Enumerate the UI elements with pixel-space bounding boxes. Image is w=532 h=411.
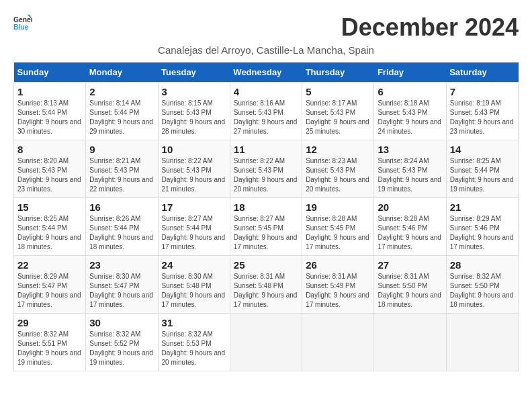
calendar-cell: 5 Sunrise: 8:17 AMSunset: 5:43 PMDayligh…: [302, 83, 374, 140]
calendar-week-row: 22 Sunrise: 8:29 AMSunset: 5:47 PMDaylig…: [14, 256, 519, 314]
calendar-cell: 11 Sunrise: 8:22 AMSunset: 5:43 PMDaylig…: [230, 140, 302, 198]
location-title: Canalejas del Arroyo, Castille-La Mancha…: [13, 44, 519, 56]
day-number: 28: [450, 259, 515, 271]
day-number: 29: [17, 317, 82, 328]
logo: General Blue: [13, 13, 34, 32]
day-info: Sunrise: 8:14 AMSunset: 5:44 PMDaylight:…: [89, 99, 153, 135]
day-number: 17: [162, 201, 226, 213]
month-title: December 2024: [341, 13, 519, 42]
day-number: 21: [450, 201, 515, 213]
day-info: Sunrise: 8:32 AMSunset: 5:53 PMDaylight:…: [162, 330, 226, 366]
day-number: 6: [378, 86, 442, 97]
calendar-cell: 17 Sunrise: 8:27 AMSunset: 5:44 PMDaylig…: [158, 198, 230, 256]
calendar-cell: 19 Sunrise: 8:28 AMSunset: 5:45 PMDaylig…: [302, 198, 374, 256]
calendar-cell: 7 Sunrise: 8:19 AMSunset: 5:43 PMDayligh…: [446, 83, 518, 140]
day-info: Sunrise: 8:29 AMSunset: 5:47 PMDaylight:…: [17, 273, 81, 308]
day-number: 7: [450, 86, 515, 97]
day-info: Sunrise: 8:30 AMSunset: 5:48 PMDaylight:…: [162, 273, 226, 308]
day-number: 11: [234, 144, 298, 155]
day-info: Sunrise: 8:30 AMSunset: 5:47 PMDaylight:…: [89, 273, 153, 308]
col-monday: Monday: [86, 62, 158, 83]
day-info: Sunrise: 8:20 AMSunset: 5:43 PMDaylight:…: [17, 157, 81, 193]
calendar-cell: 20 Sunrise: 8:28 AMSunset: 5:46 PMDaylig…: [374, 198, 446, 256]
calendar-cell: 30 Sunrise: 8:32 AMSunset: 5:52 PMDaylig…: [86, 314, 158, 371]
day-number: 20: [378, 201, 442, 213]
calendar-week-row: 8 Sunrise: 8:20 AMSunset: 5:43 PMDayligh…: [14, 140, 519, 198]
calendar-week-row: 1 Sunrise: 8:13 AMSunset: 5:44 PMDayligh…: [14, 83, 519, 140]
day-number: 12: [306, 144, 370, 155]
day-number: 22: [17, 259, 82, 271]
col-saturday: Saturday: [446, 62, 518, 83]
day-number: 14: [450, 144, 515, 155]
calendar-cell: [374, 314, 446, 371]
calendar-cell: 25 Sunrise: 8:31 AMSunset: 5:48 PMDaylig…: [230, 256, 302, 314]
day-info: Sunrise: 8:19 AMSunset: 5:43 PMDaylight:…: [450, 99, 514, 135]
col-tuesday: Tuesday: [158, 62, 230, 83]
calendar-cell: 24 Sunrise: 8:30 AMSunset: 5:48 PMDaylig…: [158, 256, 230, 314]
calendar-cell: 1 Sunrise: 8:13 AMSunset: 5:44 PMDayligh…: [14, 83, 86, 140]
day-number: 30: [89, 317, 154, 328]
calendar-cell: 9 Sunrise: 8:21 AMSunset: 5:43 PMDayligh…: [86, 140, 158, 198]
calendar-cell: 3 Sunrise: 8:15 AMSunset: 5:43 PMDayligh…: [158, 83, 230, 140]
calendar-cell: 10 Sunrise: 8:22 AMSunset: 5:43 PMDaylig…: [158, 140, 230, 198]
calendar-body: 1 Sunrise: 8:13 AMSunset: 5:44 PMDayligh…: [14, 83, 519, 371]
calendar-cell: 14 Sunrise: 8:25 AMSunset: 5:44 PMDaylig…: [446, 140, 518, 198]
calendar-cell: 12 Sunrise: 8:23 AMSunset: 5:43 PMDaylig…: [302, 140, 374, 198]
calendar-table: Sunday Monday Tuesday Wednesday Thursday…: [13, 62, 519, 371]
day-info: Sunrise: 8:27 AMSunset: 5:45 PMDaylight:…: [234, 215, 298, 250]
calendar-cell: 15 Sunrise: 8:25 AMSunset: 5:44 PMDaylig…: [14, 198, 86, 256]
calendar-cell: [230, 314, 302, 371]
day-info: Sunrise: 8:25 AMSunset: 5:44 PMDaylight:…: [450, 157, 514, 193]
day-info: Sunrise: 8:17 AMSunset: 5:43 PMDaylight:…: [306, 99, 369, 135]
calendar-cell: 16 Sunrise: 8:26 AMSunset: 5:44 PMDaylig…: [86, 198, 158, 256]
calendar-cell: 6 Sunrise: 8:18 AMSunset: 5:43 PMDayligh…: [374, 83, 446, 140]
day-info: Sunrise: 8:27 AMSunset: 5:44 PMDaylight:…: [162, 215, 226, 250]
day-info: Sunrise: 8:21 AMSunset: 5:43 PMDaylight:…: [89, 157, 153, 193]
day-info: Sunrise: 8:31 AMSunset: 5:49 PMDaylight:…: [306, 273, 369, 308]
calendar-cell: 4 Sunrise: 8:16 AMSunset: 5:43 PMDayligh…: [230, 83, 302, 140]
day-number: 8: [17, 144, 82, 155]
col-sunday: Sunday: [14, 62, 86, 83]
calendar-cell: 18 Sunrise: 8:27 AMSunset: 5:45 PMDaylig…: [230, 198, 302, 256]
day-number: 4: [234, 86, 298, 97]
day-number: 19: [306, 201, 370, 213]
day-number: 5: [306, 86, 370, 97]
day-number: 3: [162, 86, 226, 97]
day-info: Sunrise: 8:22 AMSunset: 5:43 PMDaylight:…: [162, 157, 226, 193]
day-number: 31: [162, 317, 226, 328]
col-thursday: Thursday: [302, 62, 374, 83]
day-number: 9: [89, 144, 154, 155]
day-number: 24: [162, 259, 226, 271]
day-info: Sunrise: 8:25 AMSunset: 5:44 PMDaylight:…: [17, 215, 81, 250]
day-info: Sunrise: 8:15 AMSunset: 5:43 PMDaylight:…: [162, 99, 226, 135]
day-number: 26: [306, 259, 370, 271]
day-info: Sunrise: 8:32 AMSunset: 5:51 PMDaylight:…: [17, 330, 81, 366]
day-info: Sunrise: 8:18 AMSunset: 5:43 PMDaylight:…: [378, 99, 441, 135]
calendar-week-row: 29 Sunrise: 8:32 AMSunset: 5:51 PMDaylig…: [14, 314, 519, 371]
calendar-cell: 23 Sunrise: 8:30 AMSunset: 5:47 PMDaylig…: [86, 256, 158, 314]
day-number: 23: [89, 259, 154, 271]
day-info: Sunrise: 8:29 AMSunset: 5:46 PMDaylight:…: [450, 215, 514, 250]
day-number: 18: [234, 201, 298, 213]
day-info: Sunrise: 8:28 AMSunset: 5:45 PMDaylight:…: [306, 215, 369, 250]
day-info: Sunrise: 8:32 AMSunset: 5:52 PMDaylight:…: [89, 330, 153, 366]
calendar-cell: 2 Sunrise: 8:14 AMSunset: 5:44 PMDayligh…: [86, 83, 158, 140]
calendar-cell: [302, 314, 374, 371]
svg-text:Blue: Blue: [13, 24, 29, 31]
calendar-cell: 31 Sunrise: 8:32 AMSunset: 5:53 PMDaylig…: [158, 314, 230, 371]
calendar-cell: 26 Sunrise: 8:31 AMSunset: 5:49 PMDaylig…: [302, 256, 374, 314]
calendar-cell: 28 Sunrise: 8:32 AMSunset: 5:50 PMDaylig…: [446, 256, 518, 314]
calendar-cell: 13 Sunrise: 8:24 AMSunset: 5:43 PMDaylig…: [374, 140, 446, 198]
day-info: Sunrise: 8:23 AMSunset: 5:43 PMDaylight:…: [306, 157, 369, 193]
col-friday: Friday: [374, 62, 446, 83]
page-header: General Blue December 2024: [13, 13, 519, 42]
day-number: 25: [234, 259, 298, 271]
day-number: 16: [89, 201, 154, 213]
day-info: Sunrise: 8:31 AMSunset: 5:48 PMDaylight:…: [234, 273, 298, 308]
day-info: Sunrise: 8:13 AMSunset: 5:44 PMDaylight:…: [17, 99, 81, 135]
day-info: Sunrise: 8:28 AMSunset: 5:46 PMDaylight:…: [378, 215, 441, 250]
day-number: 10: [162, 144, 226, 155]
col-wednesday: Wednesday: [230, 62, 302, 83]
day-info: Sunrise: 8:26 AMSunset: 5:44 PMDaylight:…: [89, 215, 153, 250]
calendar-cell: 29 Sunrise: 8:32 AMSunset: 5:51 PMDaylig…: [14, 314, 86, 371]
